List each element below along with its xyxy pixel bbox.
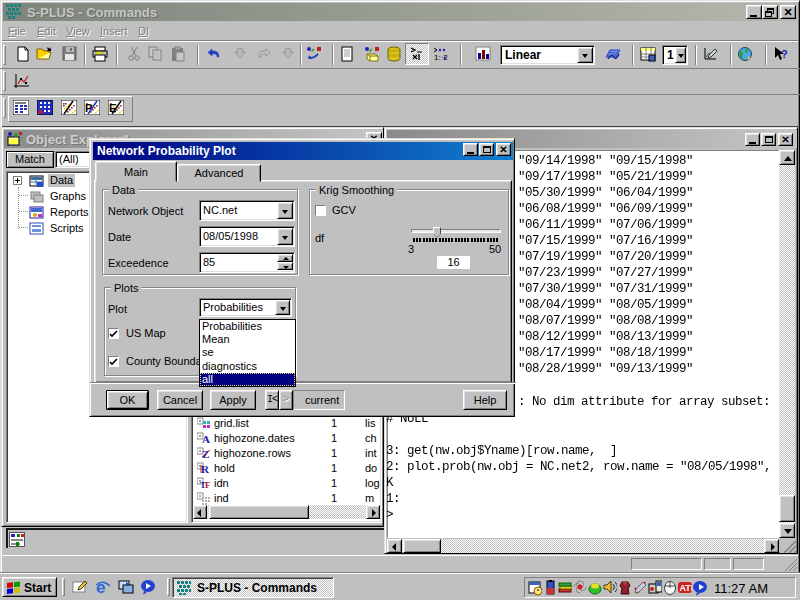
svg-text:ATI: ATI — [680, 583, 693, 593]
svg-text:A: A — [202, 433, 210, 445]
svg-text:R: R — [201, 463, 210, 475]
svg-text:e: e — [96, 579, 105, 595]
svg-text:?: ? — [781, 48, 788, 60]
svg-text:F: F — [205, 480, 211, 490]
